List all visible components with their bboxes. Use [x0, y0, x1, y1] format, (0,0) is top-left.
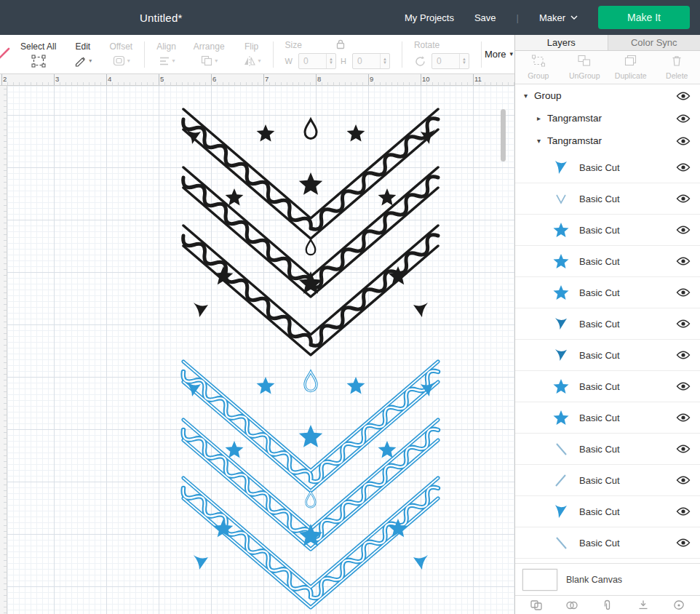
- rotate-icon: [414, 55, 427, 67]
- layer-label: Basic Cut: [579, 319, 620, 330]
- blank-canvas-label: Blank Canvas: [566, 575, 622, 585]
- layer-group-row[interactable]: ▾ Group: [515, 84, 700, 107]
- machine-selector[interactable]: Maker: [539, 12, 578, 23]
- lock-icon[interactable]: [335, 39, 346, 52]
- eye-icon[interactable]: [676, 114, 691, 123]
- group-icon: [531, 55, 546, 69]
- layer-label: Tangramstar: [547, 135, 602, 146]
- pen-tool-icon[interactable]: [0, 45, 12, 64]
- chevron-down-icon: [570, 15, 578, 20]
- layer-label: Basic Cut: [579, 444, 620, 455]
- layer-item-row[interactable]: Basic Cut: [515, 152, 700, 183]
- ruler-label: 6: [212, 75, 216, 83]
- offset-button[interactable]: Offset ▾: [100, 41, 141, 68]
- slice-icon[interactable]: [530, 599, 543, 611]
- canvas-object-blue-pattern[interactable]: [183, 362, 438, 607]
- flatten-icon[interactable]: [637, 599, 650, 611]
- eye-icon[interactable]: [676, 194, 691, 203]
- eye-icon[interactable]: [676, 351, 691, 359]
- layer-item-row[interactable]: Basic Cut: [515, 402, 700, 434]
- layer-item-row[interactable]: Basic Cut: [515, 246, 700, 277]
- layer-label: Tangramstar: [547, 113, 602, 124]
- layer-item-row[interactable]: Basic Cut: [515, 527, 700, 559]
- attach-icon[interactable]: [601, 599, 614, 611]
- my-projects-link[interactable]: My Projects: [405, 12, 454, 23]
- layer-item-row[interactable]: Basic Cut: [515, 340, 700, 371]
- height-input[interactable]: 0▲▼: [352, 53, 390, 69]
- layer-group-row[interactable]: ▸ Tangramstar: [515, 107, 700, 129]
- document-title[interactable]: Untitled*: [140, 12, 183, 24]
- size-controls: Size W 0▲▼ H 0▲▼: [277, 40, 399, 69]
- canvas-object-black-pattern[interactable]: [183, 109, 438, 355]
- duplicate-action-button[interactable]: Duplicate: [608, 51, 654, 84]
- save-link[interactable]: Save: [474, 12, 496, 23]
- layer-item-row[interactable]: Basic Cut: [515, 496, 700, 527]
- caret-icon[interactable]: ▾: [524, 92, 534, 100]
- eye-icon[interactable]: [676, 288, 691, 297]
- blank-canvas-row[interactable]: Blank Canvas: [515, 563, 700, 595]
- canvas-color-swatch[interactable]: [522, 569, 557, 591]
- eye-icon[interactable]: [676, 476, 691, 485]
- chevron-down-icon: ▾: [89, 58, 92, 64]
- duplicate-icon: [624, 55, 638, 69]
- group-action-button[interactable]: Group: [515, 51, 562, 84]
- arrange-icon: [200, 55, 213, 67]
- edit-button[interactable]: Edit ▾: [65, 41, 100, 68]
- eye-icon[interactable]: [676, 92, 691, 100]
- design-canvas[interactable]: [7, 86, 514, 614]
- eye-icon[interactable]: [676, 257, 691, 266]
- layer-tools-strip: [515, 595, 700, 614]
- rotate-controls: Rotate 0▲▼: [405, 40, 478, 69]
- stepper-arrows[interactable]: ▲▼: [459, 54, 469, 68]
- layer-label: Basic Cut: [579, 412, 620, 423]
- eye-icon[interactable]: [676, 507, 691, 516]
- tab-color-sync[interactable]: Color Sync: [608, 35, 700, 50]
- layer-item-row[interactable]: Basic Cut: [515, 308, 700, 340]
- contour-icon[interactable]: [672, 599, 685, 611]
- eye-icon[interactable]: [676, 444, 691, 453]
- align-button[interactable]: Align ▾: [148, 41, 185, 68]
- eye-icon[interactable]: [676, 413, 691, 422]
- offset-icon: [112, 55, 126, 67]
- ruler-label: 5: [160, 75, 164, 83]
- layer-thumbnail: [552, 502, 570, 521]
- eye-icon[interactable]: [676, 382, 691, 391]
- eye-icon[interactable]: [676, 163, 691, 172]
- rotate-input[interactable]: 0▲▼: [431, 53, 469, 69]
- eye-icon[interactable]: [676, 226, 691, 234]
- layer-item-row[interactable]: Basic Cut: [515, 277, 700, 308]
- layer-item-row[interactable]: Basic Cut: [515, 434, 700, 465]
- stepper-arrows[interactable]: ▲▼: [326, 54, 335, 68]
- eye-icon[interactable]: [676, 319, 691, 328]
- layer-list: ▾ Group ▸ Tangramstar ▾ Tangramstar Basi…: [515, 84, 700, 563]
- layer-item-row[interactable]: Basic Cut: [515, 371, 700, 402]
- select-all-button[interactable]: Select All: [12, 41, 65, 68]
- layers-panel: Layers Color Sync Group UnGroup Duplicat…: [514, 35, 700, 614]
- layer-group-row[interactable]: ▾ Tangramstar: [515, 129, 700, 152]
- ungroup-action-button[interactable]: UnGroup: [562, 51, 608, 84]
- toolbar-separator: [402, 41, 402, 68]
- tab-layers[interactable]: Layers: [515, 35, 608, 50]
- eye-icon[interactable]: [676, 137, 691, 145]
- make-it-button[interactable]: Make It: [598, 6, 690, 29]
- layer-thumbnail: [552, 189, 570, 208]
- layer-item-row[interactable]: Basic Cut: [515, 215, 700, 246]
- layer-label: Basic Cut: [579, 194, 620, 204]
- width-input[interactable]: 0▲▼: [298, 53, 336, 69]
- ruler-label: 10: [422, 75, 430, 83]
- weld-icon[interactable]: [565, 599, 578, 611]
- more-button[interactable]: More ▾: [485, 49, 513, 60]
- arrange-button[interactable]: Arrange ▾: [185, 41, 234, 68]
- layer-item-row[interactable]: Basic Cut: [515, 465, 700, 496]
- layer-thumbnail: [552, 252, 570, 271]
- caret-icon[interactable]: ▸: [537, 114, 547, 122]
- layer-item-row[interactable]: Basic Cut: [515, 183, 700, 215]
- eye-icon[interactable]: [676, 538, 691, 547]
- caret-icon[interactable]: ▾: [537, 137, 547, 145]
- canvas-scrollbar[interactable]: [501, 109, 506, 162]
- stepper-arrows[interactable]: ▲▼: [380, 54, 389, 68]
- layer-label: Basic Cut: [579, 350, 620, 361]
- delete-action-button[interactable]: Delete: [654, 51, 700, 84]
- layer-label: Basic Cut: [579, 287, 620, 298]
- flip-button[interactable]: Flip ▾: [234, 41, 270, 68]
